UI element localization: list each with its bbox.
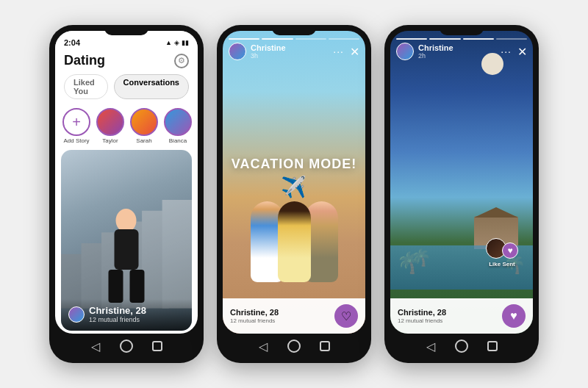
phone-nav-bar-2: ◁ [223,334,365,357]
story-item-bianca[interactable]: Bianca [164,108,192,144]
battery-icon: ▮▮ [182,39,189,46]
story-profile-info-3: Christine, 28 12 mutual friends [398,308,446,324]
story-header-actions-3: ··· ✕ [501,45,527,59]
story-profile-name-3: Christine, 28 [398,308,446,317]
card-info-overlay: Christine, 28 12 mutual friends [61,299,192,331]
progress-seg-1 [396,38,427,40]
like-heart-button[interactable]: ♡ [334,304,358,328]
recents-icon-3 [487,341,498,351]
story-user-avatar [229,43,246,60]
svg-rect-5 [162,200,192,309]
vacation-mode-text: VACATION MODE! [232,157,356,171]
story-avatar-taylor[interactable] [96,108,124,136]
home-icon-2 [287,340,301,353]
phone-1: 2:04 ▲ ◈ ▮▮ Dating ⚙ Liked You Conversat… [49,25,204,363]
phone-screen-2: Christine 3h ··· ✕ VACATION MODE! ✈️ Chr… [223,31,365,334]
story-header-3: Christine 2h ··· ✕ [396,43,527,60]
phone-screen-1: 2:04 ▲ ◈ ▮▮ Dating ⚙ Liked You Conversat… [55,31,198,334]
back-icon-3: ◁ [426,340,435,353]
back-icon-2: ◁ [259,340,268,353]
story-close-icon[interactable]: ✕ [350,45,359,59]
profile-card[interactable]: Christine, 28 12 mutual friends [61,150,192,331]
home-button-2[interactable] [286,338,302,354]
story-header-actions: ··· ✕ [333,45,359,59]
story-avatar-sarah[interactable] [130,108,158,136]
story-profile-info: Christine, 28 12 mutual friends [230,308,279,324]
card-name: Christine, 28 [89,305,146,316]
progress-seg-4 [496,38,527,40]
like-sent-label: Like Sent [489,261,515,267]
person-silhouette [103,207,151,303]
recents-button-3[interactable] [484,338,501,354]
story-profile-mutual: 12 mutual friends [230,317,279,324]
vacation-overlay: VACATION MODE! ✈️ [232,157,356,199]
back-button-2[interactable]: ◁ [255,338,271,354]
story-more-icon[interactable]: ··· [333,46,344,57]
story-item-sarah[interactable]: Sarah [130,108,158,144]
card-avatar-row: Christine, 28 12 mutual friends [68,305,184,323]
home-button[interactable] [118,338,135,354]
card-mutual: 12 mutual friends [89,316,146,323]
heart-icon-3: ♥ [510,309,517,323]
back-button-3[interactable]: ◁ [423,338,439,354]
app-header: Dating ⚙ [55,50,198,73]
story-label-taylor: Taylor [102,137,118,144]
like-sent-badge: ♥ Like Sent [486,238,518,267]
back-button[interactable]: ◁ [87,338,104,354]
add-story-button[interactable]: + [62,108,90,136]
story-user-avatar-3 [396,43,414,60]
tab-bar: Liked You Conversations [55,73,198,105]
like-heart-button-3[interactable]: ♥ [502,304,526,328]
story-more-icon-3[interactable]: ··· [501,46,512,57]
home-icon [120,340,133,353]
settings-icon[interactable]: ⚙ [174,54,189,68]
story-progress-bar-3 [396,38,527,40]
status-icons: ▲ ◈ ▮▮ [165,39,189,46]
story-timestamp: 3h [251,52,286,60]
beach-person-2 [278,201,311,282]
story-header: Christine 3h ··· ✕ [229,43,359,60]
story-progress-bar [229,38,359,40]
recents-button-2[interactable] [317,338,333,354]
add-story-item[interactable]: + Add Story [62,108,90,144]
heart-icon: ♡ [341,309,351,323]
progress-segment-4 [329,38,359,40]
progress-seg-2 [429,38,460,40]
recents-button[interactable] [149,338,165,354]
status-time: 2:04 [64,38,80,47]
phone-nav-bar-3: ◁ [390,334,533,357]
story-profile-name: Christine, 28 [230,308,279,317]
story-label-sarah: Sarah [136,137,151,144]
signal-icon: ▲ [165,39,172,46]
app-title: Dating [64,53,105,68]
stories-row: + Add Story Taylor Sarah Bianca Sp... [55,105,198,150]
tab-liked-you[interactable]: Liked You [64,74,108,99]
story-username-3: Christine [418,43,453,52]
phone-screen-3: 🌴 🌴 🌴 Christine 2h ··· ✕ [390,31,533,334]
card-mini-avatar [68,306,85,323]
story-item-taylor[interactable]: Taylor [96,108,124,144]
svg-point-6 [116,209,137,232]
svg-rect-8 [109,270,123,303]
home-button-3[interactable] [453,338,470,354]
story-avatar-bianca[interactable] [164,108,192,136]
story-label-bianca: Bianca [169,137,187,144]
wifi-icon: ◈ [174,39,179,46]
story-timestamp-3: 2h [418,52,453,60]
progress-segment-1 [229,38,259,40]
svg-rect-9 [130,270,145,303]
phone-notch-3 [440,25,484,35]
progress-segment-2 [262,38,293,40]
story-close-icon-3[interactable]: ✕ [517,45,527,59]
story-user-info-3: Christine 2h [396,43,453,60]
story-username: Christine [251,43,286,52]
progress-seg-3 [463,38,494,40]
story-user-meta-3: Christine 2h [418,43,453,60]
phone-notch [104,25,148,35]
phone-nav-bar: ◁ [55,334,198,357]
story-bottom-bar-3: Christine, 28 12 mutual friends ♥ [390,298,533,334]
story-user-meta: Christine 3h [251,43,286,60]
plane-icon: ✈️ [232,175,356,199]
tab-conversations[interactable]: Conversations [114,74,189,99]
home-icon-3 [455,340,468,353]
